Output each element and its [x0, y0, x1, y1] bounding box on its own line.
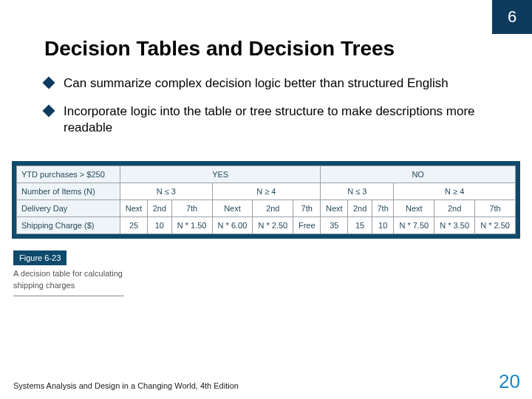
cell: 2nd	[348, 200, 372, 217]
bullet-text: Incorporate logic into the table or tree…	[64, 103, 488, 136]
list-item: Can summarize complex decision logic bet…	[44, 75, 488, 92]
cell: Next	[394, 200, 434, 217]
bullet-list: Can summarize complex decision logic bet…	[0, 75, 532, 161]
cell: 35	[321, 217, 348, 234]
diamond-icon	[43, 105, 55, 117]
cell: N ≥ 4	[212, 183, 321, 200]
cell: 2nd	[434, 200, 475, 217]
cell: 10	[372, 217, 393, 234]
figure-caption-block: Figure 6-23 A decision table for calcula…	[13, 250, 124, 296]
cell: N * 6.00	[212, 217, 253, 234]
row-header: YTD purchases > $250	[17, 166, 120, 183]
cell: 7th	[293, 200, 321, 217]
cell: Next	[321, 200, 348, 217]
row-header: Shipping Charge ($)	[17, 217, 120, 234]
cell: Free	[293, 217, 321, 234]
group-header: YES	[120, 166, 321, 183]
cell: Next	[120, 200, 148, 217]
cell: N ≤ 3	[120, 183, 213, 200]
cell: 15	[348, 217, 372, 234]
cell: 7th	[372, 200, 393, 217]
figure-caption: A decision table for calculating shippin…	[13, 268, 124, 296]
footer-text: Systems Analysis and Design in a Changin…	[13, 381, 239, 390]
figure-label: Figure 6-23	[13, 250, 66, 265]
cell: 10	[148, 217, 172, 234]
cell: 7th	[475, 200, 516, 217]
row-header: Delivery Day	[17, 200, 120, 217]
cell: 25	[120, 217, 148, 234]
cell: 2nd	[253, 200, 293, 217]
decision-table: YTD purchases > $250 YES NO Number of It…	[12, 161, 520, 239]
bullet-text: Can summarize complex decision logic bet…	[64, 75, 449, 92]
group-header: NO	[321, 166, 516, 183]
cell: N * 3.50	[434, 217, 475, 234]
cell: N * 7.50	[394, 217, 434, 234]
page-number: 20	[499, 370, 520, 393]
cell: 2nd	[148, 200, 172, 217]
cell: N * 2.50	[253, 217, 293, 234]
cell: N ≥ 4	[394, 183, 516, 200]
chapter-number: 6	[508, 7, 516, 27]
cell: N ≤ 3	[321, 183, 394, 200]
cell: Next	[212, 200, 253, 217]
cell: N * 2.50	[475, 217, 516, 234]
cell: N * 1.50	[171, 217, 212, 234]
diamond-icon	[43, 77, 55, 89]
cell: 7th	[171, 200, 212, 217]
chapter-badge: 6	[492, 0, 532, 34]
row-header: Number of Items (N)	[17, 183, 120, 200]
page-title: Decision Tables and Decision Trees	[0, 0, 532, 75]
list-item: Incorporate logic into the table or tree…	[44, 103, 488, 136]
